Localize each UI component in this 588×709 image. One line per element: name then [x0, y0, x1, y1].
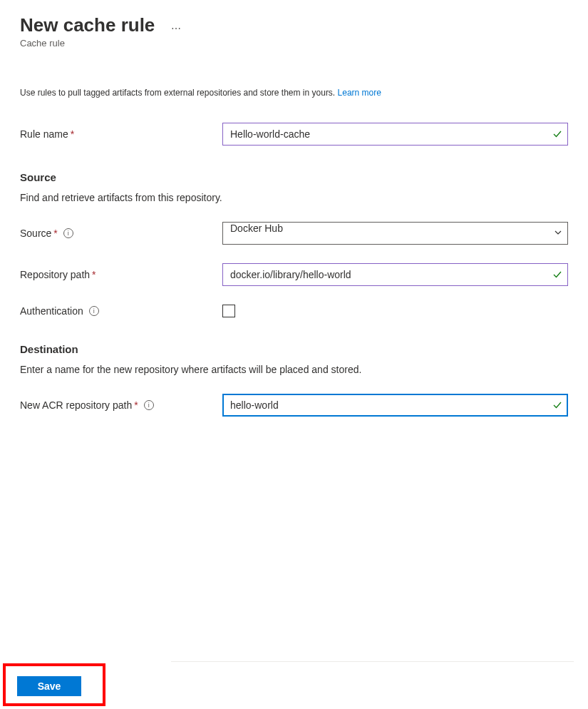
new-acr-path-label-text: New ACR repository path [20, 399, 132, 411]
destination-section-heading: Destination [20, 343, 568, 355]
source-label: Source * i [20, 228, 222, 239]
repository-path-input[interactable] [222, 263, 568, 286]
destination-section-desc: Enter a name for the new repository wher… [20, 364, 568, 375]
page-subtitle: Cache rule [20, 38, 568, 49]
source-section-heading: Source [20, 171, 568, 183]
rule-name-label-text: Rule name [20, 128, 68, 140]
learn-more-link[interactable]: Learn more [338, 88, 381, 98]
intro-text-row: Use rules to pull tagged artifacts from … [20, 86, 568, 98]
authentication-checkbox[interactable] [222, 305, 235, 317]
authentication-label: Authentication i [20, 305, 222, 317]
source-section-desc: Find and retrieve artifacts from this re… [20, 192, 568, 203]
source-label-text: Source [20, 228, 51, 239]
info-icon[interactable]: i [63, 228, 73, 238]
intro-text: Use rules to pull tagged artifacts from … [20, 88, 338, 98]
new-acr-repository-path-input[interactable] [222, 394, 568, 417]
required-asterisk: * [92, 269, 96, 280]
info-icon[interactable]: i [89, 306, 99, 316]
required-asterisk: * [53, 228, 57, 239]
authentication-label-text: Authentication [20, 305, 83, 317]
page-title: New cache rule [20, 14, 155, 36]
source-select[interactable]: Docker Hub [222, 222, 568, 245]
required-asterisk: * [71, 128, 74, 140]
rule-name-label: Rule name * [20, 128, 222, 140]
info-icon[interactable]: i [144, 400, 154, 410]
rule-name-input[interactable] [222, 123, 568, 146]
source-select-value: Docker Hub [230, 223, 283, 234]
required-asterisk: * [134, 399, 138, 411]
footer-divider [171, 661, 574, 662]
repository-path-label-text: Repository path [20, 269, 90, 280]
repository-path-label: Repository path * [20, 269, 222, 280]
save-button[interactable]: Save [17, 676, 81, 696]
new-acr-path-label: New ACR repository path * i [20, 399, 222, 411]
more-icon[interactable]: ⋯ [171, 23, 181, 34]
